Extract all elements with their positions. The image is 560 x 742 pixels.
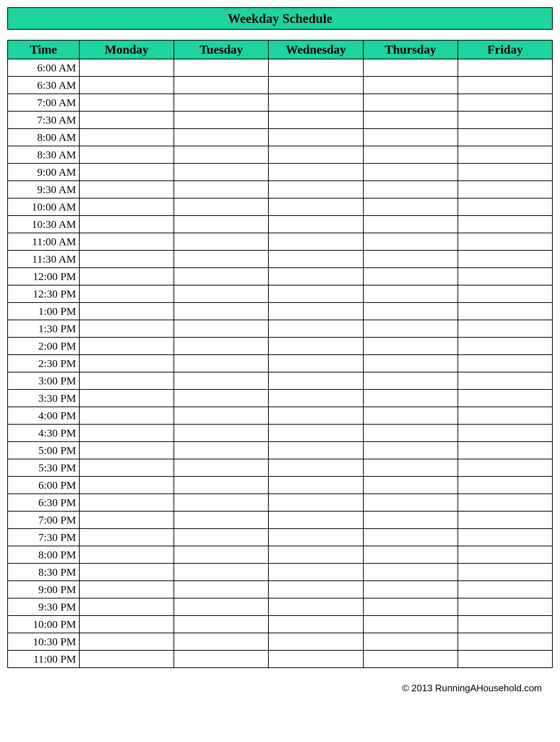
schedule-cell	[174, 285, 268, 303]
time-label: 8:00 AM	[8, 129, 79, 146]
schedule-cell	[458, 181, 552, 198]
schedule-cell	[268, 216, 363, 233]
schedule-cell	[363, 303, 458, 320]
schedule-cell	[363, 616, 458, 633]
time-label: 8:30 PM	[8, 563, 79, 581]
schedule-cell	[363, 563, 458, 581]
schedule-table: Time Monday Tuesday Wednesday Thursday F…	[7, 40, 553, 668]
schedule-cell	[79, 389, 174, 407]
day-header-friday: Friday	[458, 40, 552, 59]
table-row: 2:00 PM	[8, 337, 552, 355]
schedule-cell	[174, 633, 268, 650]
day-header-thursday: Thursday	[363, 40, 458, 59]
schedule-cell	[363, 216, 458, 233]
schedule-cell	[268, 442, 363, 459]
schedule-cell	[79, 581, 174, 598]
table-row: 11:00 AM	[8, 233, 552, 250]
schedule-cell	[458, 424, 552, 442]
schedule-cell	[79, 181, 174, 198]
schedule-cell	[174, 372, 268, 389]
time-label: 6:00 AM	[8, 59, 79, 76]
schedule-cell	[79, 407, 174, 424]
schedule-cell	[363, 181, 458, 198]
schedule-cell	[363, 94, 458, 111]
schedule-cell	[458, 529, 552, 546]
schedule-cell	[268, 372, 363, 389]
table-row: 7:00 PM	[8, 511, 552, 529]
schedule-cell	[79, 372, 174, 389]
schedule-cell	[268, 303, 363, 320]
table-row: 7:00 AM	[8, 94, 552, 111]
schedule-cell	[174, 581, 268, 598]
schedule-cell	[79, 59, 174, 76]
schedule-cell	[268, 511, 363, 529]
schedule-cell	[174, 616, 268, 633]
schedule-cell	[363, 581, 458, 598]
day-header-tuesday: Tuesday	[174, 40, 268, 59]
schedule-cell	[363, 372, 458, 389]
time-label: 12:30 PM	[8, 285, 79, 303]
schedule-cell	[79, 337, 174, 355]
schedule-cell	[79, 459, 174, 476]
schedule-cell	[268, 598, 363, 616]
time-label: 10:00 AM	[8, 198, 79, 216]
time-label: 11:00 PM	[8, 650, 79, 668]
schedule-cell	[268, 163, 363, 181]
schedule-cell	[79, 268, 174, 285]
schedule-cell	[79, 424, 174, 442]
schedule-cell	[79, 76, 174, 94]
schedule-cell	[79, 111, 174, 129]
schedule-cell	[363, 494, 458, 511]
schedule-cell	[458, 250, 552, 268]
time-label: 9:30 AM	[8, 181, 79, 198]
schedule-cell	[174, 546, 268, 563]
schedule-cell	[458, 268, 552, 285]
table-row: 4:30 PM	[8, 424, 552, 442]
table-row: 5:30 PM	[8, 459, 552, 476]
table-row: 11:00 PM	[8, 650, 552, 668]
schedule-cell	[268, 616, 363, 633]
schedule-cell	[363, 511, 458, 529]
time-label: 11:00 AM	[8, 233, 79, 250]
time-label: 6:00 PM	[8, 476, 79, 494]
schedule-cell	[268, 633, 363, 650]
schedule-cell	[268, 233, 363, 250]
schedule-cell	[458, 494, 552, 511]
day-header-wednesday: Wednesday	[268, 40, 363, 59]
schedule-cell	[363, 633, 458, 650]
table-row: 6:30 AM	[8, 76, 552, 94]
schedule-cell	[79, 355, 174, 372]
time-label: 3:30 PM	[8, 389, 79, 407]
schedule-cell	[458, 337, 552, 355]
time-label: 7:00 PM	[8, 511, 79, 529]
schedule-cell	[79, 233, 174, 250]
schedule-cell	[174, 494, 268, 511]
schedule-cell	[174, 389, 268, 407]
schedule-cell	[79, 129, 174, 146]
schedule-cell	[363, 198, 458, 216]
schedule-cell	[458, 163, 552, 181]
table-row: 3:30 PM	[8, 389, 552, 407]
schedule-cell	[458, 511, 552, 529]
table-row: 11:30 AM	[8, 250, 552, 268]
schedule-cell	[268, 459, 363, 476]
schedule-cell	[458, 76, 552, 94]
schedule-cell	[268, 198, 363, 216]
table-row: 10:00 AM	[8, 198, 552, 216]
schedule-cell	[363, 233, 458, 250]
schedule-cell	[174, 476, 268, 494]
schedule-cell	[363, 285, 458, 303]
table-row: 3:00 PM	[8, 372, 552, 389]
table-row: 7:30 PM	[8, 529, 552, 546]
time-label: 12:00 PM	[8, 268, 79, 285]
schedule-cell	[458, 94, 552, 111]
schedule-cell	[174, 424, 268, 442]
table-row: 9:00 PM	[8, 581, 552, 598]
schedule-cell	[79, 216, 174, 233]
schedule-cell	[363, 129, 458, 146]
table-row: 6:30 PM	[8, 494, 552, 511]
schedule-cell	[363, 529, 458, 546]
schedule-cell	[174, 198, 268, 216]
table-row: 2:30 PM	[8, 355, 552, 372]
schedule-cell	[174, 129, 268, 146]
